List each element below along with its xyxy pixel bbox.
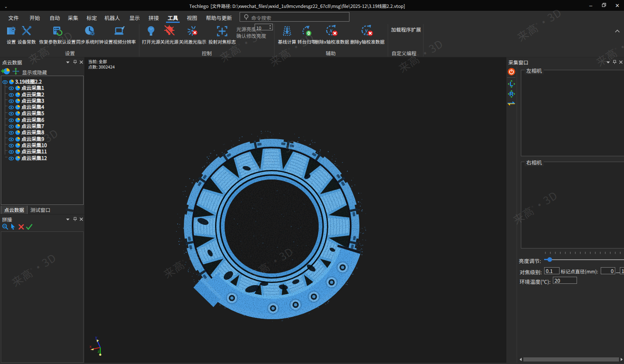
svg-text:y: y [364,27,368,34]
svg-text:x: x [89,344,92,349]
svg-text:y: y [95,335,97,339]
svg-text:z: z [98,349,100,354]
